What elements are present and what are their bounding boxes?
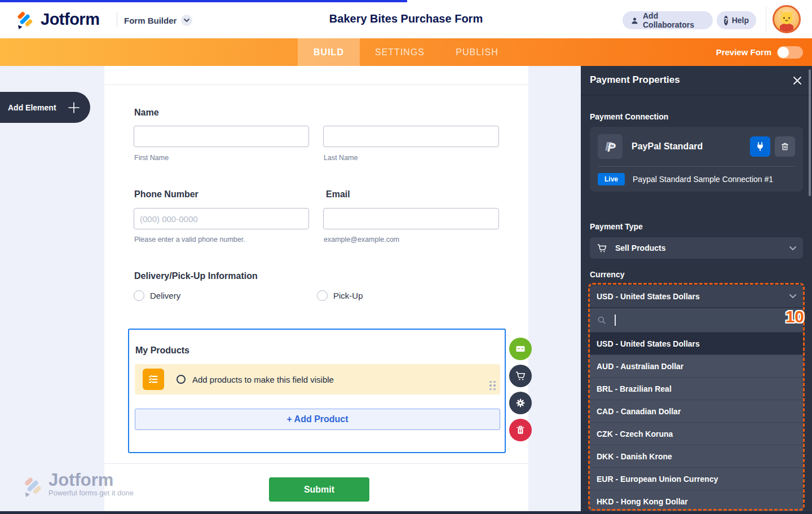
builder-nav: BUILD SETTINGS PUBLISH Preview Form <box>0 38 812 66</box>
currency-option[interactable]: CAD - Canadian Dollar <box>590 400 803 423</box>
payment-connection-label: Payment Connection <box>590 112 668 121</box>
currency-option[interactable]: AUD - Australian Dollar <box>590 355 803 378</box>
last-name-sublabel: Last Name <box>324 154 358 162</box>
radio-circle-icon <box>134 290 144 301</box>
products-notice-text: Add products to make this field visible <box>192 375 334 384</box>
payment-connection-card: PP PayPal Standard Live Paypal Standard <box>590 127 803 192</box>
products-notice-bar: Add products to make this field visible <box>135 364 500 395</box>
tab-settings-label: SETTINGS <box>375 47 425 57</box>
user-icon <box>630 16 639 25</box>
currency-search-input[interactable] <box>590 308 803 333</box>
form-canvas: Name First Name Last Name Phone Number E… <box>104 66 528 511</box>
help-icon: ? <box>724 16 728 25</box>
field-settings-button[interactable] <box>509 392 532 414</box>
help-label: Help <box>732 16 749 25</box>
radio-delivery[interactable]: Delivery <box>134 290 180 301</box>
loading-progress-bar <box>0 0 407 2</box>
add-product-button[interactable]: + Add Product <box>135 409 500 430</box>
currency-label: Currency <box>590 270 624 279</box>
first-name-input[interactable] <box>134 126 309 147</box>
jotform-watermark: Jotform Powerful forms get it done <box>21 473 134 497</box>
currency-option[interactable]: DKK - Danish Krone <box>590 445 803 468</box>
delivery-section-label[interactable]: Delivery/Pick-Up Information <box>134 271 258 281</box>
avatar[interactable] <box>773 5 801 33</box>
toggle-knob <box>778 47 789 58</box>
currency-option[interactable]: CZK - Czech Koruna <box>590 423 803 445</box>
email-field-label[interactable]: Email <box>326 189 350 200</box>
payment-settings-button[interactable] <box>509 338 532 360</box>
product-wizard-button[interactable] <box>509 365 532 387</box>
connection-gateway-name: PayPal Standard <box>632 141 750 152</box>
panel-scrollbar[interactable] <box>809 69 811 196</box>
name-field-label[interactable]: Name <box>134 108 159 118</box>
submit-button[interactable]: Submit <box>269 477 369 502</box>
email-sublabel: example@example.com <box>324 236 399 243</box>
tab-build[interactable]: BUILD <box>298 38 360 66</box>
cart-icon <box>515 370 526 382</box>
tab-publish-label: PUBLISH <box>456 47 498 57</box>
add-collaborators-label: Add Collaborators <box>643 11 705 29</box>
currency-selected-value: USD - United States Dollars <box>597 292 700 301</box>
phone-field-label[interactable]: Phone Number <box>134 189 198 200</box>
connection-name: Paypal Standard Sample Connection #1 <box>633 175 773 184</box>
avatar-divider <box>766 7 766 32</box>
preview-form-label: Preview Form <box>716 47 771 57</box>
currency-option[interactable]: HKD - Hong Kong Dollar <box>590 490 803 513</box>
help-button[interactable]: ? Help <box>717 11 756 29</box>
connection-card-divider <box>598 166 795 167</box>
payment-properties-panel: Payment Properties Payment Connection PP… <box>581 66 812 514</box>
notice-radio-icon <box>176 375 186 384</box>
submit-section-divider <box>104 463 528 464</box>
panel-title: Payment Properties <box>590 74 680 86</box>
watermark-logo-text: Jotform <box>48 473 134 488</box>
chevron-down-icon <box>789 246 796 250</box>
close-icon[interactable] <box>791 74 804 87</box>
watermark-tagline: Powerful forms get it done <box>48 489 134 497</box>
chevron-down-icon <box>789 294 796 298</box>
delete-field-button[interactable] <box>509 419 532 441</box>
add-collaborators-button[interactable]: Add Collaborators <box>623 11 713 29</box>
trash-icon <box>515 425 526 435</box>
bottom-edge-bar <box>0 511 812 514</box>
tab-settings[interactable]: SETTINGS <box>360 38 440 66</box>
currency-option[interactable]: USD - United States Dollars <box>590 333 803 355</box>
payment-type-label: Payment Type <box>590 222 643 231</box>
annotation-badge: 10 <box>785 307 804 326</box>
canvas-top-divider <box>104 85 528 85</box>
my-products-label: My Products <box>135 345 189 356</box>
product-list-icon <box>143 369 164 390</box>
preview-form-toggle[interactable] <box>777 46 803 59</box>
plus-icon <box>68 101 80 114</box>
tab-publish[interactable]: PUBLISH <box>440 38 514 66</box>
trash-icon <box>780 142 789 151</box>
credit-card-icon <box>515 343 526 355</box>
email-input[interactable] <box>323 208 499 229</box>
add-element-button[interactable]: Add Element <box>0 92 90 123</box>
radio-pickup[interactable]: Pick-Up <box>317 290 363 301</box>
payment-type-dropdown[interactable]: Sell Products <box>590 237 803 259</box>
currency-dropdown[interactable]: USD - United States Dollars <box>590 285 803 307</box>
remove-connection-button[interactable] <box>775 136 795 157</box>
currency-option[interactable]: BRL - Brazilian Real <box>590 378 803 400</box>
panel-header: Payment Properties <box>581 66 812 95</box>
text-cursor <box>615 314 616 326</box>
top-header: Jotform Form Builder Bakery Bites Purcha… <box>0 0 812 38</box>
paypal-icon: PP <box>598 134 623 159</box>
my-products-field-selected[interactable]: My Products Add products to make this fi… <box>128 329 506 453</box>
phone-sublabel: Please enter a valid phone number. <box>134 236 245 243</box>
live-status-badge: Live <box>598 173 625 185</box>
add-element-label: Add Element <box>8 103 56 112</box>
reconnect-button[interactable] <box>750 136 770 157</box>
currency-option[interactable]: EUR - European Union Currency <box>590 468 803 490</box>
jotform-watermark-icon <box>21 475 44 497</box>
radio-delivery-label: Delivery <box>150 291 180 300</box>
drag-handle-icon[interactable] <box>489 381 496 391</box>
plug-icon <box>755 141 765 152</box>
radio-circle-icon <box>317 290 328 301</box>
last-name-input[interactable] <box>323 126 499 147</box>
gear-icon <box>515 397 526 409</box>
phone-input[interactable] <box>134 208 309 229</box>
first-name-sublabel: First Name <box>134 154 169 162</box>
tab-build-label: BUILD <box>314 47 344 57</box>
form-builder-app: Jotform Form Builder Bakery Bites Purcha… <box>0 0 812 514</box>
